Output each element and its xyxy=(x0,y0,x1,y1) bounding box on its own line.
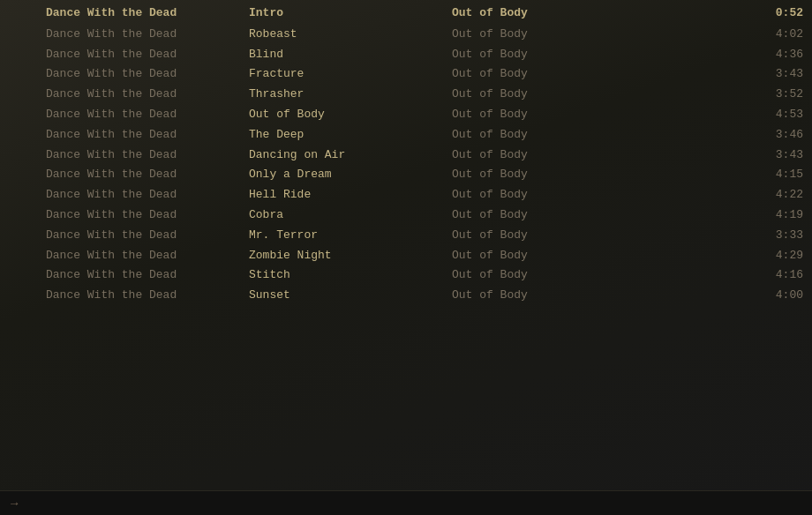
track-album: Out of Body xyxy=(452,106,628,124)
track-album: Out of Body xyxy=(452,266,628,285)
table-row[interactable]: Dance With the Dead Sunset Out of Body 4… xyxy=(0,286,812,306)
track-artist: Dance With the Dead xyxy=(46,65,249,84)
track-artist: Dance With the Dead xyxy=(46,166,249,184)
track-duration: 4:36 xyxy=(750,46,803,64)
table-row[interactable]: Dance With the Dead Only a Dream Out of … xyxy=(0,165,812,185)
track-duration: 3:43 xyxy=(750,65,803,84)
track-artist: Dance With the Dead xyxy=(46,106,249,124)
track-title: Zombie Night xyxy=(249,247,452,265)
track-album: Out of Body xyxy=(452,86,628,104)
table-row[interactable]: Dance With the Dead Thrasher Out of Body… xyxy=(0,85,812,105)
track-artist: Dance With the Dead xyxy=(46,26,249,44)
track-artist: Dance With the Dead xyxy=(46,287,249,305)
track-album: Out of Body xyxy=(452,26,628,44)
track-title: Sunset xyxy=(249,287,452,305)
track-title: Blind xyxy=(249,46,452,64)
track-title: Fracture xyxy=(249,65,452,84)
track-duration: 3:43 xyxy=(750,146,803,165)
track-title: Cobra xyxy=(249,206,452,225)
track-title: Out of Body xyxy=(249,106,452,124)
track-duration: 3:52 xyxy=(750,86,803,104)
table-row[interactable]: Dance With the Dead Hell Ride Out of Bod… xyxy=(0,185,812,205)
track-artist: Dance With the Dead xyxy=(46,86,249,104)
table-row[interactable]: Dance With the Dead Zombie Night Out of … xyxy=(0,246,812,266)
track-duration: 4:16 xyxy=(750,266,803,285)
track-list-header: Dance With the Dead Intro Out of Body 0:… xyxy=(0,4,812,25)
track-duration: 3:33 xyxy=(750,227,803,245)
track-duration: 4:15 xyxy=(750,166,803,184)
track-artist: Dance With the Dead xyxy=(46,46,249,64)
track-album: Out of Body xyxy=(452,146,628,165)
bottom-bar: → xyxy=(0,490,812,515)
track-duration: 4:00 xyxy=(750,287,803,305)
track-artist: Dance With the Dead xyxy=(46,206,249,225)
track-title: Stitch xyxy=(249,266,452,285)
track-album: Out of Body xyxy=(452,166,628,184)
table-row[interactable]: Dance With the Dead Mr. Terror Out of Bo… xyxy=(0,226,812,246)
track-title: Thrasher xyxy=(249,86,452,104)
header-artist: Dance With the Dead xyxy=(46,4,249,23)
track-title: The Deep xyxy=(249,126,452,145)
header-duration: 0:52 xyxy=(750,4,803,23)
track-artist: Dance With the Dead xyxy=(46,186,249,205)
track-title: Robeast xyxy=(249,26,452,44)
track-duration: 4:02 xyxy=(750,26,803,44)
track-duration: 4:53 xyxy=(750,106,803,124)
table-row[interactable]: Dance With the Dead Stitch Out of Body 4… xyxy=(0,265,812,286)
track-artist: Dance With the Dead xyxy=(46,126,249,145)
track-list: Dance With the Dead Intro Out of Body 0:… xyxy=(0,0,812,310)
table-row[interactable]: Dance With the Dead Fracture Out of Body… xyxy=(0,64,812,85)
track-album: Out of Body xyxy=(452,126,628,145)
track-title: Hell Ride xyxy=(249,186,452,205)
header-title: Intro xyxy=(249,4,452,23)
track-duration: 4:19 xyxy=(750,206,803,225)
track-artist: Dance With the Dead xyxy=(46,146,249,165)
table-row[interactable]: Dance With the Dead The Deep Out of Body… xyxy=(0,125,812,146)
track-album: Out of Body xyxy=(452,287,628,305)
table-row[interactable]: Dance With the Dead Robeast Out of Body … xyxy=(0,25,812,45)
track-album: Out of Body xyxy=(452,65,628,84)
track-artist: Dance With the Dead xyxy=(46,227,249,245)
track-artist: Dance With the Dead xyxy=(46,247,249,265)
track-duration: 4:29 xyxy=(750,247,803,265)
track-album: Out of Body xyxy=(452,46,628,64)
table-row[interactable]: Dance With the Dead Cobra Out of Body 4:… xyxy=(0,205,812,226)
table-row[interactable]: Dance With the Dead Dancing on Air Out o… xyxy=(0,146,812,166)
header-album: Out of Body xyxy=(452,4,628,23)
track-duration: 3:46 xyxy=(750,126,803,145)
track-album: Out of Body xyxy=(452,206,628,225)
track-title: Mr. Terror xyxy=(249,227,452,245)
track-artist: Dance With the Dead xyxy=(46,266,249,285)
table-row[interactable]: Dance With the Dead Out of Body Out of B… xyxy=(0,105,812,125)
arrow-icon: → xyxy=(11,496,18,511)
table-row[interactable]: Dance With the Dead Blind Out of Body 4:… xyxy=(0,45,812,65)
track-duration: 4:22 xyxy=(750,186,803,205)
track-album: Out of Body xyxy=(452,186,628,205)
track-album: Out of Body xyxy=(452,247,628,265)
track-album: Out of Body xyxy=(452,227,628,245)
track-title: Dancing on Air xyxy=(249,146,452,165)
track-title: Only a Dream xyxy=(249,166,452,184)
